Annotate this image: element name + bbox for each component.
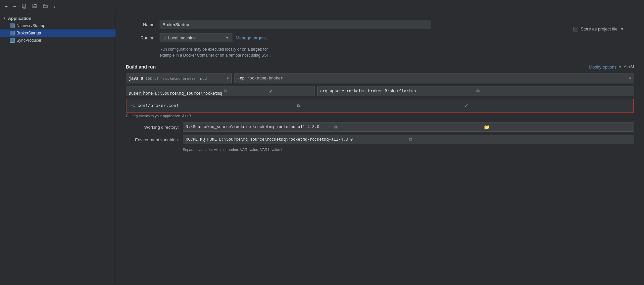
name-row: Name: xyxy=(126,20,634,29)
svg-rect-4 xyxy=(33,6,36,8)
copy-icon[interactable] xyxy=(20,2,28,11)
cli-expand-icon[interactable]: ⤢ xyxy=(464,102,630,109)
info-text: Run configurations may be executed local… xyxy=(160,46,634,58)
svg-text:↕: ↕ xyxy=(54,4,56,8)
sidebar-item-label: BrokerStartup xyxy=(17,31,41,35)
config-active-icon xyxy=(10,31,15,35)
sidebar-item-label: NamesrvStartup xyxy=(17,24,45,28)
env-vars-text: ROCKETMQ_HOME=D:\Source\mq_source\rocket… xyxy=(186,137,407,142)
runon-caret-icon: ▼ xyxy=(225,36,229,40)
main-layout: ▼ Application NamesrvStartup BrokerStart… xyxy=(0,13,644,285)
sidebar-item-namesrvstartup[interactable]: NamesrvStartup xyxy=(0,22,116,29)
vm-options-text: -Duser.home=D:\Source\mq_source\rocketmq xyxy=(129,86,222,96)
cp-dropdown[interactable]: -cp rocketmq-broker ▼ xyxy=(234,73,634,83)
runon-value: Local machine xyxy=(168,35,196,40)
cli-hint-text: CLI arguments to your application. Alt+R xyxy=(126,114,634,118)
store-project-caret[interactable]: ▼ xyxy=(620,27,624,31)
store-project-area: Store as project file ▼ xyxy=(573,26,624,31)
modify-options-shortcut: Alt+M xyxy=(624,65,634,69)
sidebar-item-brokerstartup[interactable]: BrokerStartup xyxy=(0,29,116,37)
runon-label: Run on: xyxy=(126,35,156,40)
cp-value: rocketmq-broker xyxy=(247,76,283,81)
minus-icon[interactable]: − xyxy=(12,2,17,11)
modify-options-link[interactable]: Modify options xyxy=(589,65,617,70)
chevron-down-icon: ▼ xyxy=(3,17,6,20)
working-dir-row: Working directory: D:\Source\mq_source\r… xyxy=(126,122,634,132)
env-vars-row: Environment variables: ROCKETMQ_HOME=D:\… xyxy=(126,135,634,144)
content-inner: Store as project file ▼ Name: Run on: ⌂ … xyxy=(126,20,634,152)
env-vars-input[interactable]: ROCKETMQ_HOME=D:\Source\mq_source\rocket… xyxy=(183,135,634,144)
vm-main-row: -Duser.home=D:\Source\mq_source\rocketmq… xyxy=(126,86,634,96)
vm-copy-icon[interactable]: ⧉ xyxy=(223,88,267,94)
build-run-title: Build and run xyxy=(126,64,156,70)
sidebar-group-application[interactable]: ▼ Application xyxy=(0,15,116,22)
sort-icon[interactable]: ↕ xyxy=(52,2,60,11)
main-class-input[interactable]: org.apache.rocketmq.broker.BrokerStartup… xyxy=(317,86,634,96)
folder-icon[interactable] xyxy=(41,2,49,11)
info-line1: Run configurations may be executed local… xyxy=(160,46,634,52)
cp-caret-icon: ▼ xyxy=(629,77,631,80)
cp-label: -cp xyxy=(237,76,245,81)
save-icon[interactable] xyxy=(31,2,39,11)
build-run-header: Build and run Modify options ▼ Alt+M xyxy=(126,64,634,70)
vm-expand-icon[interactable]: ⤢ xyxy=(268,88,312,95)
name-input[interactable] xyxy=(160,20,431,29)
wd-folder-icon[interactable]: 📁 xyxy=(483,124,631,131)
toolbar: + − ↕ xyxy=(0,0,644,13)
working-dir-input[interactable]: D:\Source\mq_source\rocketmq\rocketmq-ro… xyxy=(183,122,634,132)
main-class-copy-icon[interactable]: ⧉ xyxy=(476,88,631,94)
java-label: java 8 SDK of 'rocketmq-broker' mod xyxy=(129,76,207,81)
home-icon: ⌂ xyxy=(163,35,166,40)
sidebar-item-syncproducer[interactable]: SyncProducer xyxy=(0,37,116,44)
sidebar-item-label: SyncProducer xyxy=(17,38,41,43)
cli-row: -c conf/broker.conf ⧉ ⤢ xyxy=(126,99,634,113)
manage-targets-link[interactable]: Manage targets... xyxy=(236,35,269,40)
store-project-label: Store as project file xyxy=(581,26,618,31)
working-dir-label: Working directory: xyxy=(126,125,179,130)
sidebar-group-label: Application xyxy=(8,16,31,21)
runon-dropdown[interactable]: ⌂ Local machine ▼ xyxy=(160,33,232,42)
modify-options-area: Modify options ▼ Alt+M xyxy=(589,65,634,70)
store-project-checkbox[interactable] xyxy=(573,27,578,31)
svg-rect-1 xyxy=(22,4,25,8)
content-area: Store as project file ▼ Name: Run on: ⌂ … xyxy=(116,13,644,285)
name-label: Name: xyxy=(126,22,156,27)
wd-copy-icon[interactable]: ⧉ xyxy=(334,124,482,130)
java-sdk-row: java 8 SDK of 'rocketmq-broker' mod ▼ -c… xyxy=(126,73,634,83)
working-dir-text: D:\Source\mq_source\rocketmq\rocketmq-ro… xyxy=(186,125,332,129)
java-caret-icon: ▼ xyxy=(227,77,229,80)
cli-args-text: -c conf/broker.conf xyxy=(130,103,295,108)
modify-options-caret-icon[interactable]: ▼ xyxy=(619,65,622,69)
config-icon xyxy=(10,24,15,28)
info-line2: example in a Docker Container or on a re… xyxy=(160,52,634,58)
cli-copy-icon[interactable]: ⧉ xyxy=(296,103,462,109)
svg-rect-3 xyxy=(34,4,36,5)
java-dropdown[interactable]: java 8 SDK of 'rocketmq-broker' mod ▼ xyxy=(126,73,232,83)
env-copy-icon[interactable]: ⧉ xyxy=(409,137,631,143)
cli-args-input[interactable]: -c conf/broker.conf ⧉ ⤢ xyxy=(126,99,634,113)
env-vars-label: Environment variables: xyxy=(126,137,179,142)
main-class-text: org.apache.rocketmq.broker.BrokerStartup xyxy=(320,89,474,93)
config-icon-sync xyxy=(10,38,15,43)
runon-row: Run on: ⌂ Local machine ▼ Manage targets… xyxy=(126,33,634,42)
add-icon[interactable]: + xyxy=(3,2,9,11)
env-hint-text: Separate variables with semicolon: VAR=v… xyxy=(183,148,634,152)
vm-options-input[interactable]: -Duser.home=D:\Source\mq_source\rocketmq… xyxy=(126,86,315,96)
sidebar: ▼ Application NamesrvStartup BrokerStart… xyxy=(0,13,116,285)
runon-container: ⌂ Local machine ▼ Manage targets... xyxy=(160,33,269,42)
